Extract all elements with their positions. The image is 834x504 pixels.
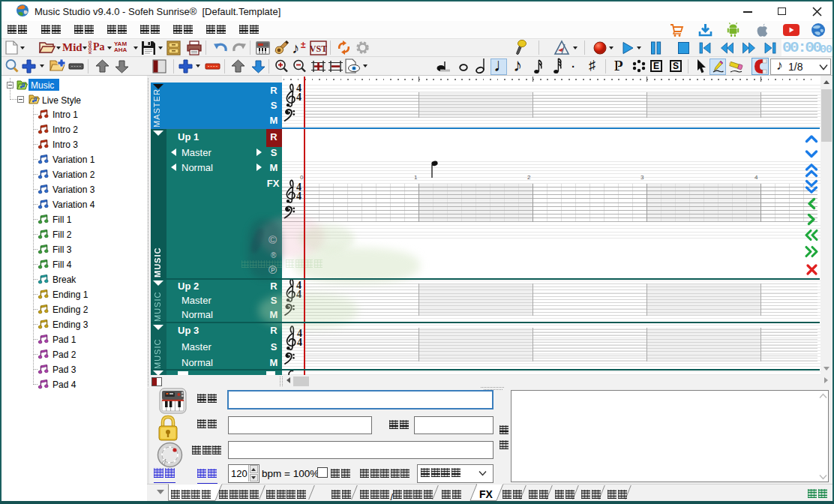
svg-text:VST: VST	[310, 44, 327, 54]
